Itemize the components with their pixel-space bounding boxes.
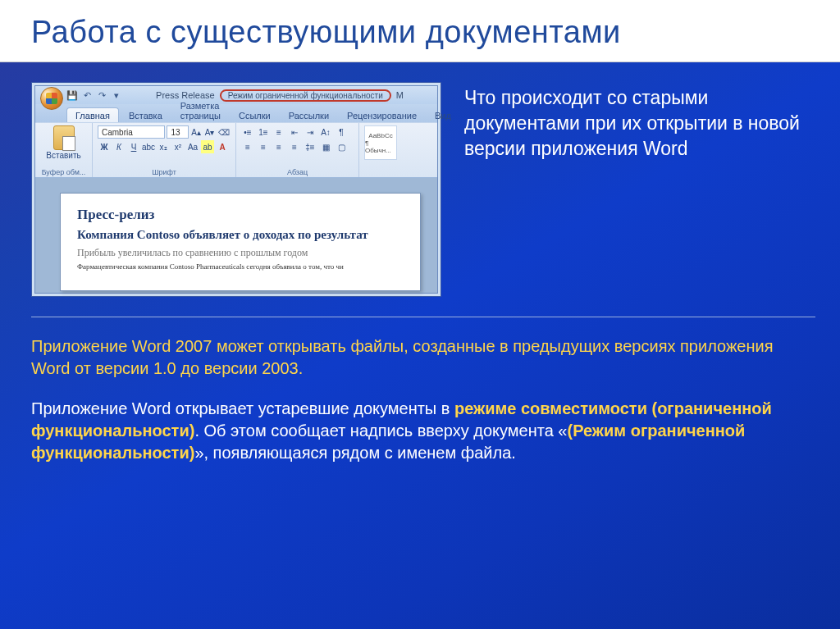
align-left-icon[interactable]: ≡ — [241, 140, 254, 153]
indent-dec-icon[interactable]: ⇤ — [288, 125, 301, 139]
multilevel-icon[interactable]: ≡ — [272, 125, 285, 139]
paste-label: Вставить — [46, 151, 80, 160]
body-p2c: . Об этом сообщает надпись вверху докуме… — [194, 422, 567, 440]
redo-icon[interactable]: ↷ — [96, 89, 107, 101]
quick-access-toolbar: 💾 ↶ ↷ ▾ Press Release Режим ограниченной… — [35, 86, 437, 104]
side-caption: Что происходит со старыми документами пр… — [464, 82, 815, 297]
body-p2a: Приложение Word открывает устаревшие док… — [31, 399, 454, 417]
tab-mailings[interactable]: Рассылки — [281, 108, 337, 122]
numbering-icon[interactable]: 1≡ — [257, 125, 270, 139]
tab-layout[interactable]: Разметка страницы — [172, 98, 229, 122]
compatibility-mode-badge: Режим ограниченной функциональности — [220, 89, 391, 102]
paragraph-1: Приложение Word 2007 может открывать фай… — [31, 335, 799, 380]
highlight-icon[interactable]: ab — [201, 140, 214, 153]
paragraph-2: Приложение Word открывает устаревшие док… — [31, 398, 799, 464]
body-p1: Приложение Word 2007 может открывать фай… — [31, 337, 774, 377]
style-name: ¶ Обычн... — [365, 139, 396, 154]
embedded-screenshot: 💾 ↶ ↷ ▾ Press Release Режим ограниченной… — [31, 82, 441, 297]
tab-references[interactable]: Ссылки — [231, 108, 279, 122]
bold-icon[interactable]: Ж — [98, 140, 111, 153]
paste-button[interactable]: Вставить — [40, 125, 87, 160]
body-p2e: », появляющаяся рядом с именем файла. — [194, 444, 515, 462]
group-clipboard: Вставить Буфер обм... — [35, 123, 93, 177]
superscript-icon[interactable]: x² — [171, 140, 185, 153]
ribbon: Вставить Буфер обм... Cambria 13 A▴ A▾ ⌫ — [35, 122, 437, 178]
undo-icon[interactable]: ↶ — [81, 89, 93, 101]
bullets-icon[interactable]: •≡ — [241, 125, 254, 139]
group-font: Cambria 13 A▴ A▾ ⌫ Ж К Ч abc — [93, 123, 236, 177]
slide-title: Работа с существующими документами — [31, 15, 817, 50]
borders-icon[interactable]: ▢ — [335, 140, 348, 153]
group-font-label: Шрифт — [98, 167, 231, 176]
body-text: Приложение Word 2007 может открывать фай… — [0, 317, 840, 464]
style-sample: AaBbCc — [368, 132, 392, 139]
doc-heading-2: Компания Contoso объявляет о доходах по … — [77, 228, 404, 242]
chevron-down-icon[interactable]: ▾ — [111, 89, 122, 101]
tab-home[interactable]: Главная — [66, 107, 119, 122]
group-styles: AaBbCc ¶ Обычн... — [359, 123, 437, 177]
line-spacing-icon[interactable]: ‡≡ — [304, 140, 317, 153]
align-center-icon[interactable]: ≡ — [257, 140, 270, 153]
clear-format-icon[interactable]: ⌫ — [217, 125, 231, 139]
group-paragraph-label: Абзац — [241, 167, 354, 176]
doc-heading-1: Пресс-релиз — [77, 207, 404, 223]
justify-icon[interactable]: ≡ — [288, 140, 301, 153]
underline-icon[interactable]: Ч — [127, 140, 140, 153]
show-marks-icon[interactable]: ¶ — [335, 125, 348, 139]
font-name-combo[interactable]: Cambria — [98, 125, 165, 139]
group-paragraph: •≡ 1≡ ≡ ⇤ ⇥ A↕ ¶ ≡ ≡ ≡ — [236, 123, 359, 177]
style-box[interactable]: AaBbCc ¶ Обычн... — [364, 125, 397, 160]
slide-header: Работа с существующими документами — [0, 0, 840, 62]
grow-font-icon[interactable]: A▴ — [190, 125, 203, 139]
change-case-icon[interactable]: Aa — [186, 140, 199, 153]
shading-icon[interactable]: ▦ — [319, 140, 332, 153]
word-window: 💾 ↶ ↷ ▾ Press Release Режим ограниченной… — [34, 85, 438, 294]
doc-body-text: Фармацевтическая компания Contoso Pharma… — [77, 262, 404, 271]
document-page[interactable]: Пресс-релиз Компания Contoso объявляет о… — [60, 193, 421, 291]
title-suffix: M — [396, 90, 404, 100]
shrink-font-icon[interactable]: A▾ — [203, 125, 216, 139]
subscript-icon[interactable]: x₂ — [157, 140, 170, 153]
tab-review[interactable]: Рецензирование — [339, 108, 425, 122]
indent-inc-icon[interactable]: ⇥ — [304, 125, 317, 139]
tab-insert[interactable]: Вставка — [121, 108, 171, 122]
title-bar-text: Press Release Режим ограниченной функцио… — [126, 89, 434, 102]
italic-icon[interactable]: К — [112, 140, 126, 153]
ribbon-tabs: Главная Вставка Разметка страницы Ссылки… — [35, 104, 437, 122]
align-right-icon[interactable]: ≡ — [272, 140, 285, 153]
document-area: Пресс-релиз Компания Contoso объявляет о… — [35, 178, 437, 293]
paste-icon — [53, 125, 75, 150]
group-clipboard-label: Буфер обм... — [40, 167, 87, 176]
save-icon[interactable]: 💾 — [66, 89, 78, 101]
doc-heading-3: Прибыль увеличилась по сравнению с прошл… — [77, 247, 404, 259]
tab-view[interactable]: Вид — [427, 108, 459, 122]
office-button[interactable] — [40, 87, 63, 110]
strike-icon[interactable]: abc — [142, 140, 155, 153]
font-color-icon[interactable]: A — [216, 140, 229, 153]
sort-icon[interactable]: A↕ — [319, 125, 332, 139]
font-size-combo[interactable]: 13 — [167, 125, 188, 139]
